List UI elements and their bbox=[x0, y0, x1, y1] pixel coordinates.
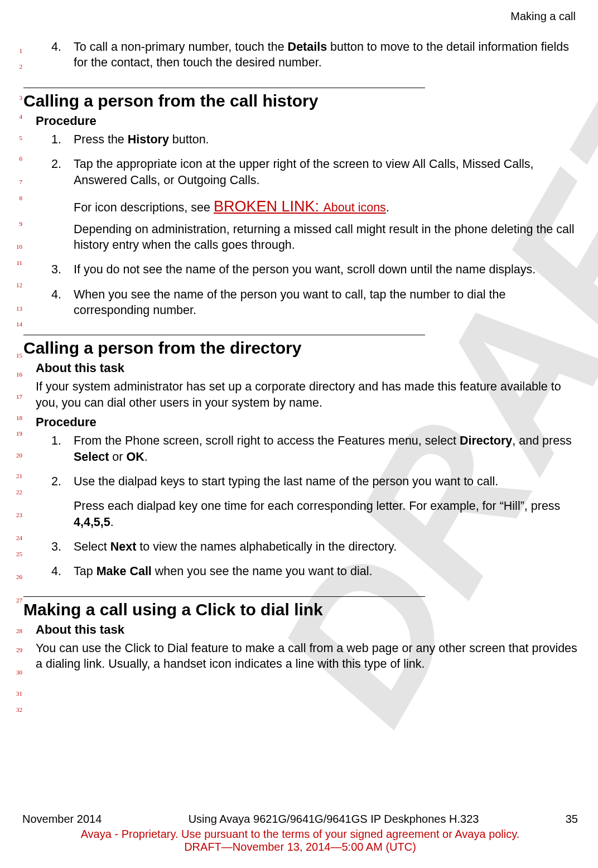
subheading-procedure: Procedure bbox=[36, 114, 578, 128]
sec2-item-2: 2. Use the dialpad keys to start typing … bbox=[23, 474, 578, 489]
line-num: 29 bbox=[16, 647, 22, 653]
line-num: 19 bbox=[16, 430, 22, 437]
list-number: 3. bbox=[23, 262, 74, 277]
line-num: 12 bbox=[16, 282, 22, 288]
footer-draft-timestamp: DRAFT—November 13, 2014—5:00 AM (UTC) bbox=[22, 841, 578, 853]
list-number: 4. bbox=[23, 563, 74, 579]
footer-proprietary: Avaya - Proprietary. Use pursuant to the… bbox=[22, 828, 578, 841]
list-text: From the Phone screen, scroll right to a… bbox=[74, 433, 578, 465]
section-heading-click-to-dial: Making a call using a Click to dial link bbox=[23, 600, 578, 619]
footer-doc-title: Using Avaya 9621G/9641G/9641GS IP Deskph… bbox=[189, 813, 479, 826]
list-text: Tap the appropriate icon at the upper ri… bbox=[74, 156, 578, 188]
sec2-item-2-note: Press each dialpad key one time for each… bbox=[74, 498, 578, 530]
sec2-item-4: 4. Tap Make Call when you see the name y… bbox=[23, 563, 578, 579]
line-num: 18 bbox=[16, 414, 22, 421]
list-text: Select Next to view the names alphabetic… bbox=[74, 539, 578, 554]
line-num: 20 bbox=[16, 452, 22, 459]
list-text: Use the dialpad keys to start typing the… bbox=[74, 474, 578, 489]
line-num: 11 bbox=[16, 259, 22, 266]
line-num: 21 bbox=[16, 472, 22, 479]
sec1-item-4: 4. When you see the name of the person y… bbox=[23, 287, 578, 319]
subheading-about-task: About this task bbox=[36, 361, 578, 375]
section-divider bbox=[23, 335, 425, 335]
line-num: 9 bbox=[20, 220, 23, 227]
line-num: 6 bbox=[20, 155, 23, 162]
list-number: 1. bbox=[23, 433, 74, 465]
line-num: 4 bbox=[20, 113, 23, 120]
line-num: 5 bbox=[20, 134, 23, 141]
section-heading-call-history: Calling a person from the call history bbox=[23, 91, 578, 110]
footer-page-number: 35 bbox=[566, 813, 578, 826]
line-num: 8 bbox=[20, 195, 23, 201]
about-task-text: If your system administrator has set up … bbox=[36, 379, 578, 411]
icon-description-line: For icon descriptions, see BROKEN LINK: … bbox=[74, 197, 578, 217]
page-footer: November 2014 Using Avaya 9621G/9641G/96… bbox=[22, 813, 578, 853]
subheading-about-task: About this task bbox=[36, 623, 578, 637]
line-num: 27 bbox=[16, 597, 22, 604]
top-list-item-4: 4. To call a non-primary number, touch t… bbox=[23, 39, 578, 71]
line-num: 15 bbox=[16, 352, 22, 359]
section-divider bbox=[23, 88, 425, 88]
list-text: If you do not see the name of the person… bbox=[74, 262, 578, 277]
broken-link[interactable]: BROKEN LINK: About icons bbox=[214, 198, 386, 215]
list-number: 2. bbox=[23, 156, 74, 188]
footer-date: November 2014 bbox=[22, 813, 102, 826]
list-number: 4. bbox=[23, 39, 74, 71]
line-num: 23 bbox=[16, 512, 22, 518]
line-num: 13 bbox=[16, 305, 22, 312]
section-divider bbox=[23, 596, 425, 597]
line-num: 32 bbox=[16, 706, 22, 713]
line-num: 28 bbox=[16, 628, 22, 634]
line-num: 17 bbox=[16, 393, 22, 400]
sec1-item-1: 1. Press the History button. bbox=[23, 132, 578, 147]
section-heading-directory: Calling a person from the directory bbox=[23, 339, 578, 358]
line-num: 31 bbox=[16, 690, 22, 697]
page-header: Making a call bbox=[510, 10, 576, 23]
sec1-item-3: 3. If you do not see the name of the per… bbox=[23, 262, 578, 277]
line-num: 25 bbox=[16, 551, 22, 557]
line-num: 22 bbox=[16, 489, 22, 495]
line-num: 7 bbox=[20, 179, 23, 185]
list-number: 2. bbox=[23, 474, 74, 489]
line-num: 24 bbox=[16, 534, 22, 541]
line-num: 10 bbox=[16, 243, 22, 250]
line-num: 14 bbox=[16, 321, 22, 327]
sec1-item-2: 2. Tap the appropriate icon at the upper… bbox=[23, 156, 578, 188]
line-num: 3 bbox=[20, 94, 23, 101]
about-task-text: You can use the Click to Dial feature to… bbox=[36, 640, 578, 672]
list-text: Press the History button. bbox=[74, 132, 578, 147]
sec2-item-3: 3. Select Next to view the names alphabe… bbox=[23, 539, 578, 554]
admin-note: Depending on administration, returning a… bbox=[74, 221, 578, 253]
line-num: 1 bbox=[20, 47, 23, 54]
list-number: 4. bbox=[23, 287, 74, 319]
list-number: 1. bbox=[23, 132, 74, 147]
subheading-procedure: Procedure bbox=[36, 415, 578, 430]
line-num: 26 bbox=[16, 573, 22, 580]
list-number: 3. bbox=[23, 539, 74, 554]
line-num: 16 bbox=[16, 371, 22, 378]
list-text: Tap Make Call when you see the name you … bbox=[74, 563, 578, 579]
sec2-item-1: 1. From the Phone screen, scroll right t… bbox=[23, 433, 578, 465]
list-text: When you see the name of the person you … bbox=[74, 287, 578, 319]
line-num: 30 bbox=[16, 669, 22, 676]
line-num: 2 bbox=[20, 63, 23, 70]
list-text: To call a non-primary number, touch the … bbox=[74, 39, 578, 71]
